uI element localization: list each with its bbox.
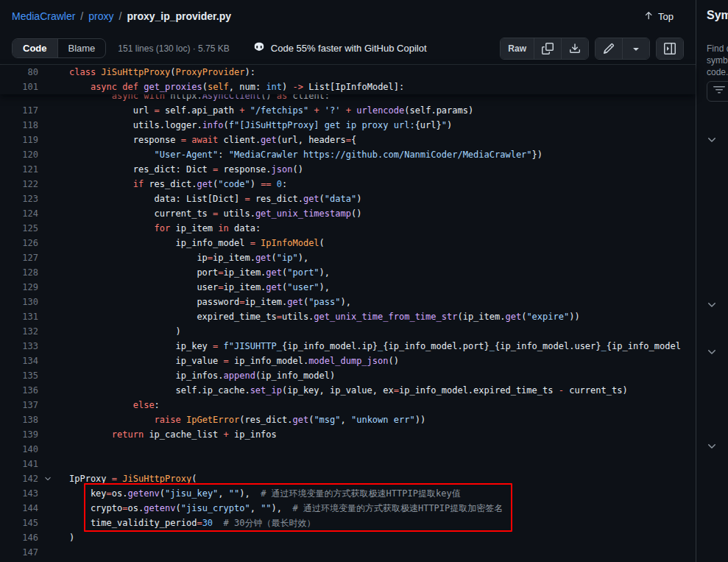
symbols-panel-toggle-button[interactable] [657, 38, 683, 59]
line-number[interactable]: 136 [0, 383, 41, 398]
line-number[interactable]: 137 [0, 398, 41, 412]
dropdown-caret-icon [630, 43, 642, 55]
line-number[interactable]: 132 [0, 324, 41, 339]
edit-file-button[interactable] [596, 38, 622, 59]
line-number[interactable]: 142 [0, 471, 41, 486]
code-line: 143 key=os.getenv("jisu_key", ""), # 通过环… [0, 486, 696, 501]
file-view-main: MediaCrawler / proxy / proxy_ip_provider… [0, 0, 696, 562]
filter-symbols-input[interactable] [707, 81, 728, 102]
fold-spacer [41, 280, 54, 295]
code-line: 132 ) [0, 324, 696, 339]
line-number[interactable]: 125 [0, 221, 41, 236]
fold-spacer [41, 354, 54, 368]
copy-raw-content-button[interactable] [534, 38, 561, 59]
line-number[interactable]: 120 [0, 147, 41, 162]
fold-spacer [41, 206, 54, 221]
fold-spacer [41, 412, 54, 427]
line-number[interactable]: 119 [0, 133, 41, 147]
code-text: return ip_cache_list + ip_infos [69, 427, 277, 442]
line-number[interactable]: 122 [0, 177, 41, 192]
code-text: port=ip_item.get("port"), [69, 265, 330, 280]
code-line: 124 current_ts = utils.get_unix_timestam… [0, 206, 696, 221]
line-number[interactable]: 101 [0, 80, 41, 94]
code-text: raise IpGetError(res_dict.get("msg", "un… [69, 412, 425, 427]
line-number[interactable]: 134 [0, 354, 41, 368]
code-text: self.ip_cache.set_ip(ip_key, ip_value, e… [69, 383, 628, 398]
fold-spacer [41, 94, 54, 103]
fold-spacer [41, 339, 54, 354]
line-number[interactable]: 131 [0, 309, 41, 324]
copilot-banner[interactable]: Code 55% faster with GitHub Copilot [253, 41, 427, 55]
line-number[interactable]: 129 [0, 280, 41, 295]
symbol-expand-chevron-icon[interactable] [706, 134, 718, 146]
code-line: 146) [0, 530, 696, 545]
line-number[interactable]: 133 [0, 339, 41, 354]
clipped-code-line: async with httpx.AsyncClient() as client… [0, 94, 696, 103]
code-text: password=ip_item.get("pass"), [69, 295, 351, 309]
code-text: ip_infos.append(ip_info_model) [69, 368, 335, 383]
symbol-expand-chevron-icon[interactable] [706, 299, 718, 311]
line-number[interactable]: 80 [0, 65, 41, 80]
line-number[interactable]: 121 [0, 162, 41, 177]
tab-code[interactable]: Code [13, 39, 57, 57]
line-number[interactable]: 139 [0, 427, 41, 442]
fold-spacer [41, 427, 54, 442]
fold-spacer [41, 442, 54, 457]
line-number[interactable]: 145 [0, 516, 41, 530]
breadcrumb-folder-link[interactable]: proxy [88, 10, 113, 22]
code-text: response = await client.get(url, headers… [69, 133, 356, 147]
fold-chevron-icon[interactable] [41, 471, 54, 486]
code-text: else: [69, 398, 160, 412]
back-to-top-link[interactable]: Top [643, 10, 674, 23]
line-number[interactable]: 146 [0, 530, 41, 545]
line-number[interactable]: 138 [0, 412, 41, 427]
line-number[interactable]: 147 [0, 545, 41, 560]
fold-spacer [41, 265, 54, 280]
line-number[interactable]: 117 [0, 103, 41, 118]
line-number[interactable] [0, 94, 41, 103]
line-number[interactable]: 135 [0, 368, 41, 383]
code-line: 122 if res_dict.get("code") == 0: [0, 177, 696, 192]
code-text: ) [69, 324, 181, 339]
line-number[interactable]: 123 [0, 192, 41, 206]
fold-spacer [41, 398, 54, 412]
breadcrumb-separator: / [80, 10, 83, 22]
symbol-expand-chevron-icon[interactable] [706, 346, 718, 358]
line-number[interactable]: 126 [0, 236, 41, 250]
line-number[interactable]: 143 [0, 486, 41, 501]
code-line: 141 [0, 457, 696, 471]
line-number[interactable]: 124 [0, 206, 41, 221]
breadcrumb-repo-link[interactable]: MediaCrawler [12, 10, 75, 22]
raw-button[interactable]: Raw [501, 38, 534, 59]
edit-options-dropdown-button[interactable] [622, 38, 649, 59]
fold-spacer [41, 501, 54, 516]
code-blame-switcher: Code Blame [12, 38, 106, 58]
tab-blame[interactable]: Blame [57, 39, 106, 57]
download-icon [569, 43, 581, 55]
code-line: 125 for ip_item in data: [0, 221, 696, 236]
code-line: 119 response = await client.get(url, hea… [0, 133, 696, 147]
line-number[interactable]: 141 [0, 457, 41, 471]
code-text: ip=ip_item.get("ip"), [69, 250, 308, 265]
symbol-expand-chevron-icon[interactable] [706, 440, 718, 452]
fold-spacer [41, 383, 54, 398]
download-raw-file-button[interactable] [561, 38, 588, 59]
line-number[interactable]: 144 [0, 501, 41, 516]
code-lines: 117 url = self.api_path + "/fetchips" + … [0, 103, 696, 560]
line-number[interactable]: 140 [0, 442, 41, 457]
line-number[interactable]: 128 [0, 265, 41, 280]
code-line: 142IpProxy = JiSuHttpProxy( [0, 471, 696, 486]
code-line: 137 else: [0, 398, 696, 412]
line-number[interactable]: 130 [0, 295, 41, 309]
code-text: if res_dict.get("code") == 0: [69, 177, 287, 192]
code-line: 101 async def get_proxies(self, num: int… [0, 80, 696, 94]
code-line: 136 self.ip_cache.set_ip(ip_key, ip_valu… [0, 383, 696, 398]
github-file-view: MediaCrawler / proxy / proxy_ip_provider… [0, 0, 728, 562]
line-number[interactable]: 118 [0, 118, 41, 133]
fold-spacer [41, 192, 54, 206]
code-text: ip_value = ip_info_model.model_dump_json… [69, 354, 399, 368]
breadcrumb-bar: MediaCrawler / proxy / proxy_ip_provider… [0, 0, 696, 32]
line-number[interactable]: 127 [0, 250, 41, 265]
code-text: res_dict: Dict = response.json() [69, 162, 303, 177]
code-line: 121 res_dict: Dict = response.json() [0, 162, 696, 177]
